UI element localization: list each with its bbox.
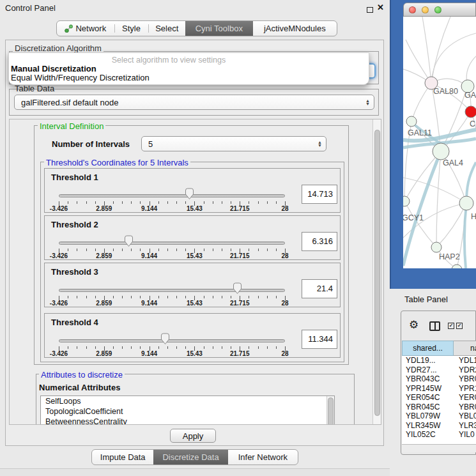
threshold-panel-2: Threshold 2-3.4262.8599.14415.4321.71528… (44, 215, 341, 260)
table-data-label: Table Data (13, 84, 56, 93)
cell-name: YIL0 (455, 430, 476, 440)
status-strip (0, 468, 390, 476)
threshold-slider-track[interactable] (59, 242, 285, 245)
table-hscrollbar[interactable] (402, 444, 476, 452)
checkbox-icon[interactable]: ✓ (448, 323, 454, 329)
network-window-titlebar[interactable] (403, 3, 476, 17)
network-node-label: H (471, 212, 476, 221)
slider-tick-label: -3.426 (50, 300, 68, 307)
cell-shared-name: YPR145W (402, 384, 455, 394)
tab-infer-network[interactable]: Infer Network (228, 450, 298, 464)
algorithm-option-1[interactable]: Equal Width/Frequency Discretization (11, 73, 150, 82)
table-row[interactable]: YBR043CYBR0 (402, 374, 476, 384)
table-row[interactable]: YIL052CYIL0 (402, 430, 476, 440)
tab-network[interactable]: Network (57, 21, 114, 36)
minimize-window-icon[interactable] (422, 6, 429, 13)
tab-label: Infer Network (238, 452, 288, 462)
column-header-name[interactable]: na (454, 341, 476, 356)
network-node-label: GCY1 (403, 213, 424, 222)
network-node-gcy1[interactable] (403, 196, 410, 206)
num-intervals-label: Number of Intervals (52, 139, 130, 149)
cell-shared-name: YBL079W (402, 411, 455, 421)
network-node-label: GA (464, 91, 476, 100)
slider-tick-label: 2.859 (96, 252, 112, 259)
slider-tick-label: 2.859 (96, 205, 112, 212)
table-data-combobox[interactable]: galFiltered.sif default node ▲▼ (14, 95, 374, 110)
threshold-value-field[interactable]: 11.344 (302, 330, 337, 349)
algorithm-placeholder: Select algorithm to view settings (9, 56, 328, 65)
table-row[interactable]: YBR045CYBR0 (402, 403, 476, 412)
tab-label: jActiveMNodules (264, 24, 326, 33)
table-row[interactable]: YLR345WYLR3 (402, 421, 476, 431)
apply-button[interactable]: Apply (170, 429, 216, 443)
network-node-gal11[interactable] (406, 116, 417, 127)
table-row[interactable]: YPR145WYPR1 (402, 384, 476, 394)
threshold-slider-thumb[interactable] (233, 282, 242, 295)
gear-icon[interactable]: ⚙ (409, 319, 418, 332)
tab-style[interactable]: Style (114, 21, 149, 36)
attributes-group-label: Attributes to discretize (39, 370, 125, 380)
threshold-value-field[interactable]: 14.713 (302, 185, 337, 204)
network-icon (65, 24, 73, 33)
slider-tick-label: 9.144 (141, 350, 157, 357)
network-node-c[interactable] (465, 106, 476, 118)
attribute-item[interactable]: SelfLoops (41, 396, 334, 406)
cell-name: YBR0 (455, 374, 476, 384)
num-intervals-combobox[interactable]: 5 ▲▼ (141, 136, 326, 151)
network-node-hap2[interactable] (431, 242, 441, 252)
tab-jactivemnodules[interactable]: jActiveMNodules (253, 21, 337, 36)
network-node-label: HAP2 (439, 252, 460, 261)
spinner-arrows-icon: ▲▼ (365, 99, 370, 105)
attributes-list-scrollbar[interactable] (326, 396, 334, 425)
tab-cyni-toolbox[interactable]: Cyni Toolbox (185, 21, 253, 36)
network-node-h[interactable] (459, 196, 473, 210)
table-row[interactable]: YDL19...YDL1 (402, 356, 476, 365)
attribute-item[interactable]: TopologicalCoefficient (41, 406, 334, 417)
tab-label: Style (122, 24, 141, 33)
close-window-icon[interactable] (409, 6, 416, 13)
threshold-slider-track[interactable] (59, 339, 285, 342)
network-node[interactable] (452, 265, 462, 268)
threshold-panel-1: Threshold 1-3.4262.8599.14415.4321.71528… (44, 168, 341, 213)
cell-shared-name: YDL19... (402, 356, 455, 365)
tab-label: Discretize Data (162, 452, 219, 462)
threshold-value-field[interactable]: 6.316 (302, 232, 337, 251)
checkbox-icon[interactable]: ✓ (456, 323, 463, 329)
threshold-slider-thumb[interactable] (124, 235, 134, 247)
zoom-window-icon[interactable] (434, 6, 441, 13)
panel-title: Control Panel (5, 3, 56, 13)
table-rows: YDL19...YDL1YDR27...YDR2YBR043CYBR0YPR14… (402, 356, 476, 444)
threshold-slider-track[interactable] (59, 194, 285, 197)
settings-scrollbar[interactable] (372, 119, 381, 424)
column-layout-icon[interactable] (429, 321, 440, 331)
slider-tick-label: 15.43 (187, 252, 203, 259)
close-panel-icon[interactable]: ✕ (377, 3, 384, 12)
table-row[interactable]: YER054CYER0 (402, 393, 476, 403)
threshold-value-field[interactable]: 21.4 (302, 279, 337, 298)
tab-select[interactable]: Select (148, 21, 185, 36)
float-panel-icon[interactable] (367, 7, 373, 13)
cell-name: YDL1 (455, 356, 476, 365)
network-node-label: GAL80 (433, 87, 458, 96)
threshold-slider-track[interactable] (59, 289, 285, 292)
interval-definition-label: Interval Definition (38, 121, 105, 131)
network-node-gal4[interactable] (433, 143, 449, 160)
discretization-algorithm-label: Discretization Algorithm (13, 43, 104, 53)
cell-shared-name: YIL052C (402, 430, 455, 440)
column-header-shared[interactable]: shared... (402, 341, 454, 356)
threshold-label: Threshold 1 (51, 173, 98, 182)
network-canvas[interactable]: GAL80GACGAL11GAL4GCY1HHAP2 (403, 17, 476, 268)
attribute-item[interactable]: BetweennessCentrality (41, 417, 334, 425)
threshold-label: Threshold 4 (51, 318, 98, 327)
table-row[interactable]: YBL079WYBL0 (402, 411, 476, 421)
table-row[interactable]: YDR27...YDR2 (402, 365, 476, 375)
cell-name: YPR1 (455, 384, 476, 394)
algorithm-option-0[interactable]: Manual Discretization (11, 64, 96, 73)
tab-impute-data[interactable]: Impute Data (92, 450, 153, 464)
threshold-slider-thumb[interactable] (160, 333, 170, 345)
network-node-label: C (470, 119, 475, 128)
cell-name: YBL0 (455, 411, 476, 421)
threshold-slider-thumb[interactable] (185, 188, 194, 200)
table-header-row: shared... na (402, 341, 476, 356)
tab-discretize-data[interactable]: Discretize Data (153, 450, 227, 464)
